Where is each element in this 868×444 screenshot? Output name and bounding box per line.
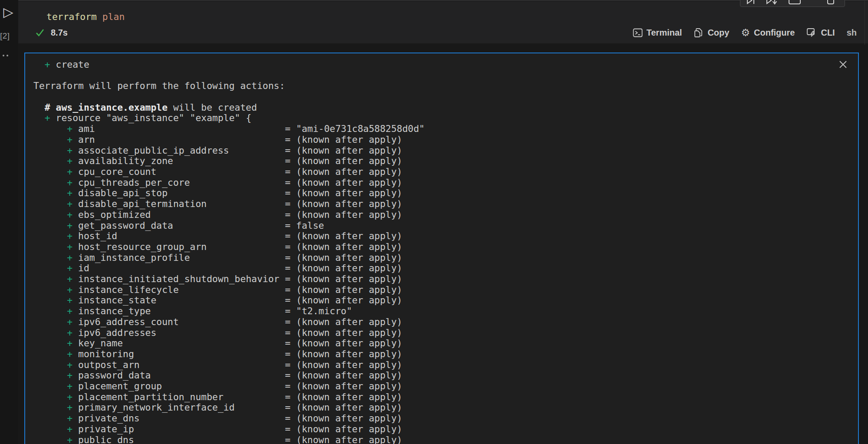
attribute-name: arn xyxy=(78,135,285,145)
attribute-name: availability_zone xyxy=(78,156,285,167)
attribute-row: + get_password_data= false xyxy=(33,220,858,231)
resource-comment-line: # aws_instance.example will be created xyxy=(33,102,858,113)
attribute-name: instance_type xyxy=(78,306,285,317)
execute-above-icon[interactable] xyxy=(746,0,757,7)
attribute-value: = (known after apply) xyxy=(285,145,402,156)
plus-symbol: + xyxy=(33,370,78,381)
attribute-name: instance_lifecycle xyxy=(78,285,285,296)
attribute-value: = (known after apply) xyxy=(285,316,402,327)
attribute-value: = (known after apply) xyxy=(285,359,402,370)
attribute-row: + iam_instance_profile= (known after app… xyxy=(33,253,858,263)
plus-symbol: + xyxy=(33,424,78,434)
attribute-name: host_id xyxy=(78,231,285,242)
attribute-value: = (known after apply) xyxy=(285,209,402,220)
attribute-name: outpost_arn xyxy=(78,360,285,371)
cli-button[interactable]: CLI xyxy=(806,27,835,38)
cell-right-border xyxy=(865,0,865,45)
attribute-value: = (known after apply) xyxy=(285,295,402,306)
terminal-button[interactable]: Terminal xyxy=(633,28,682,38)
attribute-row: + disable_api_stop= (known after apply) xyxy=(33,188,858,199)
more-actions-icon[interactable] xyxy=(826,0,835,7)
split-cell-icon[interactable] xyxy=(788,0,801,7)
configure-button-label: Configure xyxy=(754,28,795,38)
attribute-value: = (known after apply) xyxy=(285,198,402,209)
plus-symbol: + xyxy=(33,434,78,444)
plus-symbol: + xyxy=(33,263,78,273)
attribute-row: + private_ip= (known after apply) xyxy=(33,424,858,435)
execution-duration: 8.7s xyxy=(51,28,68,38)
attribute-value: = (known after apply) xyxy=(285,338,402,349)
attribute-row: + cpu_core_count= (known after apply) xyxy=(33,167,858,178)
attribute-row: + placement_group= (known after apply) xyxy=(33,381,858,392)
plus-symbol: + xyxy=(33,349,78,359)
attribute-name: public_dns xyxy=(78,435,285,444)
attribute-row: + instance_lifecycle= (known after apply… xyxy=(33,285,858,296)
attribute-row: + ipv6_addresses= (known after apply) xyxy=(33,328,858,339)
attribute-value: = (known after apply) xyxy=(285,177,402,188)
plus-symbol: + xyxy=(33,220,78,231)
attribute-name: disable_api_termination xyxy=(78,199,285,210)
attribute-row: + ebs_optimized= (known after apply) xyxy=(33,210,858,220)
cli-button-label: CLI xyxy=(821,28,835,38)
attribute-value: = (known after apply) xyxy=(285,166,402,177)
plus-symbol: + xyxy=(33,327,78,338)
attribute-name: ipv6_addresses xyxy=(78,328,285,339)
attribute-name: placement_partition_number xyxy=(78,392,285,403)
terminal-button-label: Terminal xyxy=(647,28,682,38)
cell-action-bar: Terminal Copy ⚙ Configure xyxy=(633,27,857,38)
attribute-value: = (known after apply) xyxy=(285,241,402,252)
attribute-row: + arn= (known after apply) xyxy=(33,135,858,145)
plus-symbol: + xyxy=(33,241,78,252)
plan-action-create: create xyxy=(56,59,89,70)
plus-symbol: + xyxy=(33,391,78,402)
attribute-value: = "t2.micro" xyxy=(285,306,352,316)
cell-language-label[interactable]: sh xyxy=(847,28,857,38)
attribute-value: = (known after apply) xyxy=(285,381,402,391)
attribute-name: primary_network_interface_id xyxy=(78,402,285,413)
plus-symbol: + xyxy=(33,112,56,123)
attribute-row: + host_resource_group_arn= (known after … xyxy=(33,242,858,253)
cell-status-row: 8.7s xyxy=(35,27,68,38)
plus-symbol: + xyxy=(33,198,78,209)
plan-summary-line: + create xyxy=(33,59,858,70)
plus-symbol: + xyxy=(33,402,78,413)
attribute-name: instance_initiated_shutdown_behavior xyxy=(78,274,285,285)
resource-open-line: + resource "aws_instance" "example" { xyxy=(33,113,858,124)
code-cell: terraform plan 8.7s Terminal xyxy=(18,1,868,43)
command-editor[interactable]: terraform plan xyxy=(46,11,125,23)
resource-declaration: resource "aws_instance" "example" { xyxy=(56,112,252,123)
copy-button-label: Copy xyxy=(707,28,729,38)
terminal-icon xyxy=(633,28,643,38)
plus-symbol: + xyxy=(33,166,78,177)
attribute-name: password_data xyxy=(78,370,285,381)
attribute-value: = (known after apply) xyxy=(285,284,402,295)
execute-below-icon[interactable] xyxy=(766,0,779,7)
plus-symbol: + xyxy=(33,252,78,263)
run-cell-button[interactable]: ▷ xyxy=(1,5,15,19)
attribute-row: + id= (known after apply) xyxy=(33,263,858,274)
attribute-name: instance_state xyxy=(78,295,285,306)
attribute-row: + monitoring= (known after apply) xyxy=(33,349,858,360)
attribute-row: + disable_api_termination= (known after … xyxy=(33,199,858,210)
attribute-value: = (known after apply) xyxy=(285,327,402,338)
attribute-value: = (known after apply) xyxy=(285,273,402,284)
plus-symbol: + xyxy=(33,230,78,241)
copy-button[interactable]: Copy xyxy=(694,28,729,38)
attribute-row: + cpu_threads_per_core= (known after app… xyxy=(33,178,858,188)
plus-symbol: + xyxy=(33,306,78,316)
plus-symbol: + xyxy=(33,381,78,391)
attribute-row: + instance_initiated_shutdown_behavior= … xyxy=(33,274,858,285)
drag-handle-dots[interactable] xyxy=(3,55,8,56)
plus-symbol: + xyxy=(33,59,56,70)
execution-count: [2] xyxy=(0,31,17,41)
cell-hover-toolbar xyxy=(740,0,845,7)
plus-symbol: + xyxy=(33,187,78,198)
attribute-name: iam_instance_profile xyxy=(78,253,285,263)
attribute-value: = "ami-0e731c8a588258d0d" xyxy=(285,123,425,134)
configure-button[interactable]: ⚙ Configure xyxy=(741,28,795,38)
close-output-button[interactable] xyxy=(837,59,848,70)
plus-symbol: + xyxy=(33,134,78,145)
command-arg-text: plan xyxy=(97,11,125,22)
plus-symbol: + xyxy=(33,177,78,188)
attribute-value: = (known after apply) xyxy=(285,263,402,273)
